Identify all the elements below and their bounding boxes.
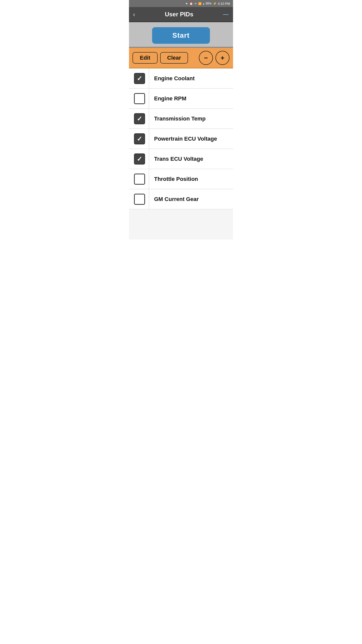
checkbox-cell (130, 189, 149, 209)
remove-button[interactable]: − (199, 51, 213, 65)
checkbox-box[interactable]: ✓ (134, 73, 145, 84)
status-bar: ✦ ⏰ ≃ 📶 ▴ 98% ⚡ 4:10 PM (129, 0, 233, 7)
checkbox-box[interactable] (134, 194, 145, 205)
checkbox-box[interactable]: ✓ (134, 153, 145, 165)
toolbar: Edit Clear − + (129, 48, 233, 68)
bluetooth-icon: ✦ (185, 2, 188, 6)
page-title: User PIDs (135, 11, 223, 18)
list-item[interactable]: ✓Powertrain ECU Voltage (129, 129, 233, 149)
battery-charging-icon: ⚡ (213, 2, 217, 5)
status-icons: ✦ ⏰ ≃ 📶 ▴ 98% ⚡ 4:10 PM (185, 2, 230, 6)
pid-label: Throttle Position (149, 176, 233, 182)
checkbox-box[interactable] (134, 93, 145, 104)
alarm-icon: ⏰ (189, 2, 193, 5)
start-button[interactable]: Start (152, 27, 210, 44)
checkbox-cell: ✓ (130, 109, 149, 129)
pid-label: Trans ECU Voltage (149, 156, 233, 162)
header: ‹ User PIDs — (129, 7, 233, 22)
pid-list: ✓Engine CoolantEngine RPM✓Transmission T… (129, 68, 233, 209)
start-area: Start (129, 22, 233, 48)
list-item[interactable]: GM Current Gear (129, 189, 233, 209)
pid-label: Engine RPM (149, 95, 233, 102)
checkbox-box[interactable]: ✓ (134, 133, 145, 144)
checkbox-box[interactable]: ✓ (134, 113, 145, 124)
checkbox-cell (130, 169, 149, 189)
signal-off-icon: 📶 (198, 2, 202, 5)
checkmark-icon: ✓ (137, 75, 142, 82)
clear-button[interactable]: Clear (160, 52, 188, 64)
signal-icon: ▴ (203, 2, 204, 5)
checkmark-icon: ✓ (137, 115, 142, 122)
pid-label: Powertrain ECU Voltage (149, 136, 233, 142)
pid-label: GM Current Gear (149, 196, 233, 203)
bottom-area (129, 209, 233, 239)
list-item[interactable]: ✓Trans ECU Voltage (129, 149, 233, 169)
list-item[interactable]: ✓Transmission Temp (129, 109, 233, 129)
pid-label: Transmission Temp (149, 115, 233, 122)
menu-button[interactable]: — (223, 11, 229, 18)
checkmark-icon: ✓ (137, 136, 142, 142)
checkbox-cell (130, 89, 149, 108)
battery-percentage: 98% (206, 2, 212, 5)
status-time: 4:10 PM (218, 2, 230, 6)
checkbox-cell: ✓ (130, 149, 149, 169)
checkbox-box[interactable] (134, 174, 145, 185)
add-button[interactable]: + (215, 51, 230, 65)
list-item[interactable]: Throttle Position (129, 169, 233, 189)
list-item[interactable]: Engine RPM (129, 89, 233, 109)
checkmark-icon: ✓ (137, 156, 142, 162)
checkbox-cell: ✓ (130, 129, 149, 149)
pid-label: Engine Coolant (149, 75, 233, 82)
list-item[interactable]: ✓Engine Coolant (129, 68, 233, 89)
edit-button[interactable]: Edit (132, 52, 158, 64)
checkbox-cell: ✓ (130, 68, 149, 88)
wifi-icon: ≃ (194, 2, 197, 5)
back-button[interactable]: ‹ (133, 11, 135, 18)
